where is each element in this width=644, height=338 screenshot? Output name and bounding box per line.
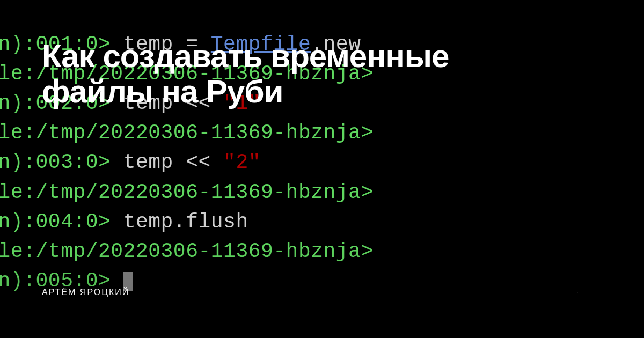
terminal-line: File:/tmp/20220306-11369-hbznja> (0, 178, 644, 207)
author-name: АРТЁМ ЯРОЦКИЙ (42, 288, 129, 297)
terminal-line: ain):003:0> temp << "2" (0, 148, 644, 177)
terminal-text: ain):004:0> (0, 210, 111, 233)
terminal-text: temp << (111, 151, 223, 174)
terminal-text: File:/tmp/20220306-11369-hbznja> (0, 181, 374, 204)
terminal-text: File:/tmp/20220306-11369-hbznja> (0, 121, 374, 144)
terminal-line: rb (0, 0, 644, 30)
terminal-text: "2" (223, 151, 261, 174)
zen-logo-icon (576, 280, 602, 306)
svg-rect-0 (578, 282, 601, 304)
terminal-line: File:/tmp/20220306-11369-hbznja> (0, 118, 644, 148)
terminal-line: ain):004:0> temp.flush (0, 207, 644, 237)
terminal-text: temp.flush (111, 210, 248, 233)
article-title: Как создавать временные файлы на Руби (42, 39, 525, 109)
terminal-text: ain):003:0> (0, 151, 111, 174)
terminal-text: File:/tmp/20220306-11369-hbznja> (0, 240, 374, 263)
terminal-line: File:/tmp/20220306-11369-hbznja> (0, 237, 644, 266)
